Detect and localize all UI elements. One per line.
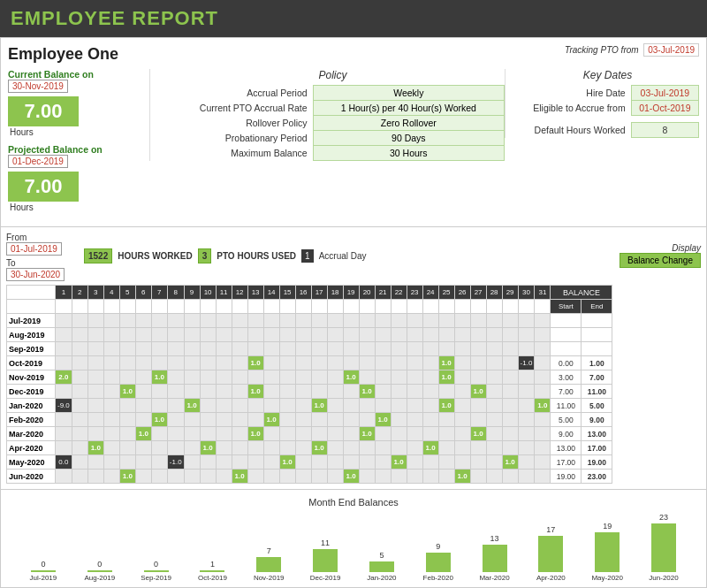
day-cell-Nov-2019-12 — [232, 370, 247, 385]
bar-value-Dec-2019: 11 — [321, 538, 330, 547]
display-button[interactable]: Balance Change — [620, 253, 701, 268]
day-cell-Sep-2019-30 — [518, 342, 535, 356]
day-cell-Nov-2019-17 — [311, 370, 327, 385]
day-cell-Nov-2019-14 — [263, 370, 279, 385]
bar-chart: 0Jul-20190Aug-20190Sep-20191Oct-20197Nov… — [6, 511, 701, 582]
day-cell-Dec-2019-30 — [518, 385, 535, 399]
day-cell-Oct-2019-22 — [391, 356, 407, 370]
day-cell-Jun-2020-2 — [72, 470, 87, 484]
day-cell-Feb-2020-8 — [167, 413, 184, 427]
bar-fill-Jul-2019 — [31, 570, 56, 572]
day-cell-Apr-2020-3: 1.0 — [87, 441, 103, 455]
day-cell-Oct-2019-27 — [470, 356, 486, 370]
day-cell-Oct-2019-2 — [72, 356, 87, 370]
bar-value-Jul-2019: 0 — [41, 560, 45, 569]
day-cell-Feb-2020-27 — [470, 413, 486, 427]
day-cell-Nov-2019-24 — [422, 370, 438, 385]
bar-fill-Aug-2019 — [87, 570, 112, 572]
from-label: From — [6, 233, 77, 242]
day-cell-Aug-2019-17 — [311, 328, 327, 342]
projected-balance-date: 01-Dec-2019 — [8, 155, 68, 168]
bar-value-Nov-2019: 7 — [267, 546, 271, 555]
bar-value-Jun-2020: 23 — [659, 513, 668, 522]
day-cell-Aug-2019-31 — [535, 328, 551, 342]
day-cell-Feb-2020-15 — [279, 413, 295, 427]
day-cell-Nov-2019-6 — [135, 370, 151, 385]
day-cell-Jan-2020-28 — [486, 399, 502, 413]
start-header: Start — [551, 300, 582, 314]
day-cell-Aug-2019-20 — [359, 328, 375, 342]
day-header-12: 12 — [232, 286, 247, 300]
day-cell-Nov-2019-16 — [295, 370, 311, 385]
day-cell-Dec-2019-27: 1.0 — [470, 385, 486, 399]
day-cell-Jun-2020-24 — [422, 470, 438, 484]
day-cell-Mar-2020-20: 1.0 — [359, 427, 375, 441]
day-header-13: 13 — [247, 286, 263, 300]
day-cell-Jun-2020-26: 1.0 — [454, 470, 470, 484]
day-cell-Sep-2019-17 — [311, 342, 327, 356]
day-header-2: 2 — [72, 286, 87, 300]
day-cell-Nov-2019-7: 1.0 — [151, 370, 167, 385]
day-cell-Mar-2020-3 — [87, 427, 103, 441]
day-cell-Apr-2020-7 — [151, 441, 167, 455]
day-cell-Aug-2019-25 — [438, 328, 454, 342]
day-cell-Nov-2019-30 — [518, 370, 535, 385]
day-cell-Mar-2020-8 — [167, 427, 184, 441]
day-cell-Oct-2019-8 — [167, 356, 184, 370]
day-cell-May-2020-11 — [216, 455, 232, 470]
balances-panel: Current Balance on 30-Nov-2019 7.00 Hour… — [8, 69, 149, 219]
balance-start-Feb-2020: 5.00 — [551, 413, 582, 427]
day-cell-Apr-2020-29 — [502, 441, 518, 455]
day-cell-Nov-2019-27 — [470, 370, 486, 385]
day-cell-Nov-2019-9 — [184, 370, 200, 385]
day-cell-Jun-2020-30 — [518, 470, 535, 484]
day-cell-May-2020-21 — [375, 455, 391, 470]
bar-month-Jan-2020: Jan-2020 — [367, 574, 396, 582]
day-cell-Aug-2019-4 — [103, 328, 119, 342]
bar-item-Apr-2020: 17Apr-2020 — [522, 525, 579, 582]
day-cell-Feb-2020-19 — [343, 413, 359, 427]
day-cell-Sep-2019-18 — [327, 342, 343, 356]
month-label-Apr-2020: Apr-2020 — [7, 441, 56, 455]
day-header-25: 25 — [438, 286, 454, 300]
day-cell-Nov-2019-25: 1.0 — [438, 370, 454, 385]
day-cell-Jun-2020-1 — [56, 470, 72, 484]
current-balance-label: Current Balance on — [8, 69, 149, 80]
day-cell-Dec-2019-4 — [103, 385, 119, 399]
bar-fill-Apr-2020 — [538, 536, 563, 572]
day-cell-Jan-2020-27 — [470, 399, 486, 413]
day-cell-Feb-2020-23 — [407, 413, 422, 427]
pto-accrual-value: 1 Hour(s) per 40 Hour(s) Worked — [313, 101, 504, 116]
day-cell-May-2020-1: 0.0 — [56, 455, 72, 470]
day-cell-Jun-2020-4 — [103, 470, 119, 484]
day-header-28: 28 — [486, 286, 502, 300]
calendar-row-Oct-2019: Oct-20191.01.0-1.00.001.00 — [7, 356, 612, 370]
day-cell-Jul-2019-17 — [311, 314, 327, 328]
day-cell-Mar-2020-31 — [535, 427, 551, 441]
balance-start-Nov-2019: 3.00 — [551, 370, 582, 385]
day-cell-Jul-2019-25 — [438, 314, 454, 328]
day-cell-Nov-2019-5 — [119, 370, 135, 385]
day-cell-Jun-2020-29 — [502, 470, 518, 484]
bar-month-Jul-2019: Jul-2019 — [30, 574, 57, 582]
day-cell-Feb-2020-21: 1.0 — [375, 413, 391, 427]
day-cell-Jan-2020-3 — [87, 399, 103, 413]
day-sub-21 — [375, 300, 391, 314]
day-cell-Jun-2020-17 — [311, 470, 327, 484]
day-cell-Feb-2020-30 — [518, 413, 535, 427]
day-sub-19 — [343, 300, 359, 314]
day-cell-Sep-2019-1 — [56, 342, 72, 356]
day-cell-Feb-2020-13 — [247, 413, 263, 427]
day-cell-Dec-2019-31 — [535, 385, 551, 399]
day-cell-Nov-2019-26 — [454, 370, 470, 385]
month-label-Jun-2020: Jun-2020 — [7, 470, 56, 484]
month-header-cell — [7, 286, 56, 300]
bar-value-Oct-2019: 1 — [210, 560, 215, 569]
day-cell-Nov-2019-21 — [375, 370, 391, 385]
day-cell-Aug-2019-18 — [327, 328, 343, 342]
day-cell-Aug-2019-30 — [518, 328, 535, 342]
accrual-period-label: Accrual Period — [161, 86, 313, 101]
day-cell-Mar-2020-12 — [232, 427, 247, 441]
month-label-Sep-2019: Sep-2019 — [7, 342, 56, 356]
day-cell-Apr-2020-8 — [167, 441, 184, 455]
